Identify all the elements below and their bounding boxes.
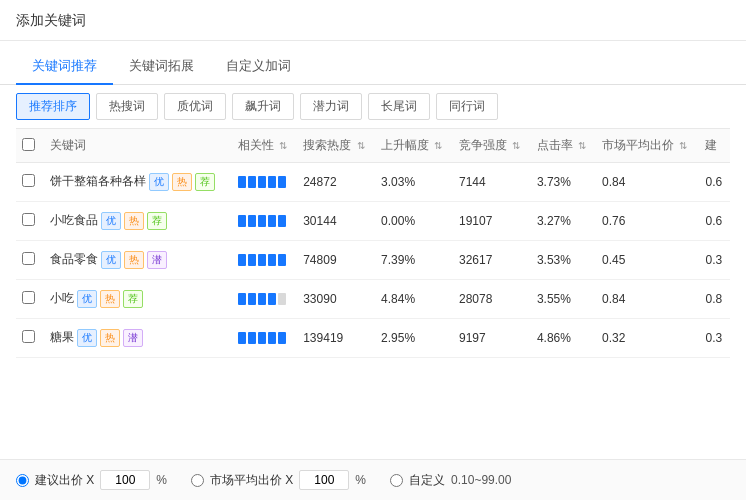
rise-cell: 4.84% [375, 280, 453, 319]
tab-quality[interactable]: 质优词 [164, 93, 226, 120]
tab-hot-search[interactable]: 热搜词 [96, 93, 158, 120]
tag-qian: 潜 [147, 251, 167, 269]
radio-custom-bid[interactable] [390, 474, 403, 487]
footer-option-custom: 自定义 0.10~99.00 [390, 472, 511, 489]
heat-bar [238, 254, 246, 266]
keyword-cell: 小吃优热荐 [44, 280, 232, 319]
tag-rec: 荐 [195, 173, 215, 191]
header-relevance[interactable]: 相关性 ⇅ [232, 129, 297, 163]
rise-cell: 0.00% [375, 202, 453, 241]
suggest-bid-cell: 0.8 [699, 280, 730, 319]
tab-keyword-expand[interactable]: 关键词拓展 [113, 49, 210, 85]
tag-rec: 荐 [147, 212, 167, 230]
relevance-cell [232, 241, 297, 280]
heat-bar [278, 176, 286, 188]
row-checkbox-3[interactable] [22, 291, 35, 304]
sort-rise-icon: ⇅ [434, 140, 442, 151]
avg-bid-cell: 0.84 [596, 163, 699, 202]
table-row: 食品零食优热潜748097.39%326173.53%0.450.3 [16, 241, 730, 280]
header-checkbox-col [16, 129, 44, 163]
heat-bar [238, 176, 246, 188]
ctr-cell: 3.27% [531, 202, 596, 241]
sort-relevance-icon: ⇅ [279, 140, 287, 151]
tag-you: 优 [149, 173, 169, 191]
keyword-cell: 小吃食品优热荐 [44, 202, 232, 241]
avg-bid-cell: 0.76 [596, 202, 699, 241]
heat-bar [258, 332, 266, 344]
suggest-bid-cell: 0.3 [699, 241, 730, 280]
heat-bar [258, 293, 266, 305]
competition-cell: 32617 [453, 241, 531, 280]
tab-peer[interactable]: 同行词 [436, 93, 498, 120]
tag-you: 优 [77, 290, 97, 308]
header-competition[interactable]: 竞争强度 ⇅ [453, 129, 531, 163]
heat-cell: 24872 [297, 163, 375, 202]
heat-bar [258, 254, 266, 266]
custom-bid-range: 0.10~99.00 [451, 473, 511, 487]
suggest-bid-label: 建议出价 X [35, 472, 94, 489]
header-rise[interactable]: 上升幅度 ⇅ [375, 129, 453, 163]
table-row: 小吃食品优热荐301440.00%191073.27%0.760.6 [16, 202, 730, 241]
keyword-table-wrap: 关键词 相关性 ⇅ 搜索热度 ⇅ 上升幅度 ⇅ 竞争强度 ⇅ [0, 128, 746, 358]
heat-cell: 30144 [297, 202, 375, 241]
ctr-cell: 3.55% [531, 280, 596, 319]
rise-cell: 3.03% [375, 163, 453, 202]
tag-you: 优 [101, 251, 121, 269]
heat-bar [248, 254, 256, 266]
suggest-bid-cell: 0.6 [699, 163, 730, 202]
header-avg-bid[interactable]: 市场平均出价 ⇅ [596, 129, 699, 163]
tag-you: 优 [77, 329, 97, 347]
heat-cell: 33090 [297, 280, 375, 319]
suggest-bid-cell: 0.6 [699, 202, 730, 241]
footer-bar: 建议出价 X % 市场平均出价 X % 自定义 0.10~99.00 [0, 459, 746, 500]
tab-longtail[interactable]: 长尾词 [368, 93, 430, 120]
header-keyword: 关键词 [44, 129, 232, 163]
tag-hot: 热 [100, 329, 120, 347]
header-ctr[interactable]: 点击率 ⇅ [531, 129, 596, 163]
suggest-bid-cell: 0.3 [699, 319, 730, 358]
sort-competition-icon: ⇅ [512, 140, 520, 151]
row-checkbox-2[interactable] [22, 252, 35, 265]
heat-bar [268, 332, 276, 344]
table-row: 糖果优热潜1394192.95%91974.86%0.320.3 [16, 319, 730, 358]
market-bid-input[interactable] [299, 470, 349, 490]
tab-potential[interactable]: 潜力词 [300, 93, 362, 120]
row-checkbox-0[interactable] [22, 174, 35, 187]
competition-cell: 7144 [453, 163, 531, 202]
heat-cell: 74809 [297, 241, 375, 280]
radio-suggest-bid[interactable] [16, 474, 29, 487]
radio-market-bid[interactable] [191, 474, 204, 487]
heat-bar [268, 176, 276, 188]
row-checkbox-4[interactable] [22, 330, 35, 343]
ctr-cell: 3.73% [531, 163, 596, 202]
ctr-cell: 3.53% [531, 241, 596, 280]
suggest-bid-input[interactable] [100, 470, 150, 490]
tab-keyword-recommend[interactable]: 关键词推荐 [16, 49, 113, 85]
keyword-cell: 饼干整箱各种各样优热荐 [44, 163, 232, 202]
market-bid-unit: % [355, 473, 366, 487]
header-heat[interactable]: 搜索热度 ⇅ [297, 129, 375, 163]
tab-rising[interactable]: 飙升词 [232, 93, 294, 120]
tab-custom-add[interactable]: 自定义加词 [210, 49, 307, 85]
rise-cell: 7.39% [375, 241, 453, 280]
competition-cell: 9197 [453, 319, 531, 358]
tab-recommend-sort[interactable]: 推荐排序 [16, 93, 90, 120]
avg-bid-cell: 0.84 [596, 280, 699, 319]
custom-bid-label: 自定义 [409, 472, 445, 489]
sort-heat-icon: ⇅ [357, 140, 365, 151]
secondary-tabs: 推荐排序 热搜词 质优词 飙升词 潜力词 长尾词 同行词 [0, 85, 746, 128]
primary-tabs: 关键词推荐 关键词拓展 自定义加词 [0, 49, 746, 85]
page-header: 添加关键词 [0, 0, 746, 41]
keyword-cell: 食品零食优热潜 [44, 241, 232, 280]
tag-hot: 热 [100, 290, 120, 308]
heat-bar [238, 332, 246, 344]
row-checkbox-1[interactable] [22, 213, 35, 226]
heat-bar [278, 293, 286, 305]
ctr-cell: 4.86% [531, 319, 596, 358]
heat-bar [248, 176, 256, 188]
heat-bar [258, 215, 266, 227]
heat-bar [278, 254, 286, 266]
select-all-checkbox[interactable] [22, 138, 35, 151]
rise-cell: 2.95% [375, 319, 453, 358]
sort-avgbid-icon: ⇅ [679, 140, 687, 151]
